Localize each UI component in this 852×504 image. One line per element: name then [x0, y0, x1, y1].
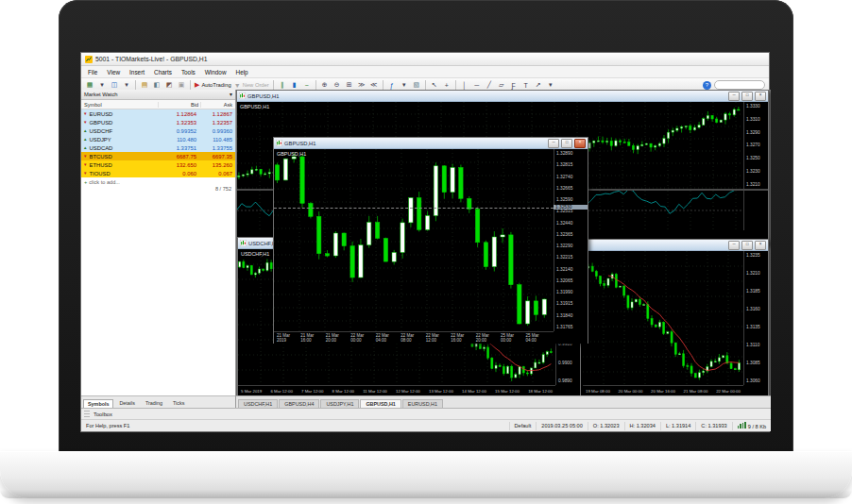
market-watch-tab-trading[interactable]: Trading [141, 398, 167, 408]
status-traffic: 9 / 8 Kb [733, 422, 771, 430]
market-watch-tab-details[interactable]: Details [114, 398, 139, 408]
zoom-out-button[interactable]: ⊖ [332, 80, 343, 91]
chart-window-gbpusd-h1-floating[interactable]: GBPUSD,H1 ─ □ × 1.328901.328151.327401.3… [273, 137, 588, 344]
new-chart-button[interactable]: ▦ [84, 80, 95, 91]
objects-dropdown[interactable]: ▾ [545, 80, 556, 91]
candlestick-chart[interactable] [274, 149, 554, 331]
minimize-button[interactable]: ─ [548, 139, 559, 148]
market-watch-add-row[interactable]: + click to add... [81, 177, 235, 186]
ask-value: 135.260 [198, 162, 235, 168]
price-axis-label: 1.3210 [746, 271, 767, 276]
market-watch-row-usdchf[interactable]: ▲USDCHF0.993520.99360 [81, 126, 235, 135]
new-chart-dropdown[interactable]: ▾ [96, 80, 108, 91]
time-axis-label: 13 Mar 12:00 [429, 389, 453, 394]
time-axis-label: 19 Mar 08:00 [586, 389, 610, 394]
column-symbol[interactable]: Symbol [81, 102, 159, 108]
status-help: For Help, press F1 [81, 422, 510, 430]
chart-shift-button[interactable]: ≪ [368, 80, 380, 91]
navigator-toggle-icon: ◩ [166, 81, 173, 89]
chart-body[interactable]: 1.328901.328151.327401.326651.325901.325… [274, 149, 588, 344]
arrow-objects-button[interactable]: ↗ [533, 80, 544, 91]
market-watch-row-gbpusd[interactable]: ▼GBPUSD1.323531.32357 [81, 118, 235, 126]
price-axis-label: 1.32740 [556, 175, 587, 179]
menu-window[interactable]: Window [200, 69, 231, 76]
new-order-button[interactable]: ▼New Order [233, 80, 270, 91]
cursor-button[interactable]: ↖ [429, 80, 440, 91]
tick-down-icon: ▼ [83, 162, 87, 167]
chart-tab-gbpusd-h4[interactable]: GBPUSD,H4 [279, 399, 319, 408]
market-watch-row-btcusd[interactable]: ▼BTCUSD6687.756697.35 [81, 152, 235, 160]
profiles-button[interactable]: ◫ [109, 80, 120, 91]
trendline-button[interactable]: ╱ [484, 80, 495, 91]
terminal-toggle-icon: ▣ [179, 81, 185, 89]
menu-tools[interactable]: Tools [177, 69, 200, 76]
market-watch-row-usdjpy[interactable]: ▲USDJPY110.480110.485 [81, 135, 235, 143]
add-row-label: click to add... [89, 179, 120, 185]
crosshair-button[interactable]: + [441, 80, 452, 91]
minimize-button[interactable]: ─ [728, 92, 740, 101]
menu-file[interactable]: File [83, 69, 102, 76]
market-watch-panel: Market Watch ▾ Symbol Bid Ask ▼EURUSD1.1… [81, 90, 236, 408]
menu-insert[interactable]: Insert [125, 69, 149, 76]
periods-dropdown[interactable]: ▾ [399, 80, 410, 91]
price-axis-label: 1.3230 [746, 169, 767, 174]
chart-tab-gbpusd-h1[interactable]: GBPUSD,H1 [360, 399, 400, 408]
bid-value: 110.480 [157, 137, 198, 143]
menu-charts[interactable]: Charts [149, 69, 177, 76]
symbol-cell: ▼BTCUSD [81, 154, 157, 160]
close-button[interactable]: × [574, 139, 586, 148]
chart-window-titlebar[interactable]: GBPUSD,H1 ─ □ × [237, 91, 768, 102]
chart-window-titlebar[interactable]: GBPUSD,H1 ─ □ × [274, 138, 588, 149]
toolbox-panel-header[interactable]: Toolbox [81, 408, 771, 419]
column-ask[interactable]: Ask [201, 102, 235, 108]
toolbar-search-input[interactable] [714, 80, 765, 90]
templates-button[interactable]: ▧ [411, 80, 422, 91]
market-watch-tab-ticks[interactable]: Ticks [168, 398, 189, 408]
market-watch-toggle[interactable]: ▤ [139, 80, 150, 91]
help-icon[interactable]: ? [703, 81, 711, 90]
close-button[interactable]: × [755, 241, 766, 250]
chart-tab-eurusd-h1[interactable]: EURUSD,H1 [402, 399, 443, 408]
profiles-dropdown[interactable]: ▾ [121, 80, 132, 91]
candlestick-chart[interactable] [583, 251, 743, 385]
chart-tab-usdchf-h1[interactable]: USDCHF,H1 [238, 399, 278, 408]
indicators-button[interactable]: ƒ [386, 80, 398, 91]
terminal-toggle[interactable]: ▣ [176, 80, 187, 91]
navigator-toggle[interactable]: ◩ [163, 80, 175, 91]
status-profile[interactable]: Default [510, 422, 537, 430]
equidistant-channel-button[interactable]: ▱ [496, 80, 507, 91]
fibonacci-button[interactable]: Ƒ [508, 80, 520, 91]
market-watch-row-eurusd[interactable]: ▼EURUSD1.128641.12867 [81, 109, 235, 118]
horizontal-line-button[interactable]: ─ [471, 80, 483, 91]
market-watch-row-usdcad[interactable]: ▲USDCAD1.337511.33755 [81, 143, 235, 152]
restore-button[interactable]: □ [741, 92, 753, 101]
market-watch-row-ethusd[interactable]: ▼ETHUSD132.650135.260 [81, 160, 235, 169]
line-chart-button[interactable]: ~ [301, 80, 313, 91]
zoom-in-button[interactable]: ⊕ [319, 80, 331, 91]
menu-view[interactable]: View [102, 69, 125, 76]
market-watch-header[interactable]: Market Watch ▾ [81, 90, 235, 100]
restore-button[interactable]: □ [741, 241, 753, 250]
restore-button[interactable]: □ [561, 139, 572, 148]
data-window-toggle[interactable]: ◧ [151, 80, 162, 91]
equidistant-channel-button-icon: ▱ [499, 81, 503, 89]
market-watch-row-tiousd[interactable]: ▼TIOUSD0.0600.067 [81, 169, 235, 177]
symbol-name: EURUSD [89, 111, 112, 117]
candlestick-button[interactable]: ▮ [289, 80, 300, 91]
minimize-button[interactable]: ─ [728, 241, 740, 250]
market-watch-tab-symbols[interactable]: Symbols [83, 399, 113, 408]
auto-scroll-button[interactable]: ≫ [356, 80, 367, 91]
symbol-name: GBPUSD [89, 120, 112, 126]
toolbox-title: Toolbox [94, 412, 112, 417]
close-button[interactable]: × [755, 92, 766, 101]
bar-chart-button[interactable]: ∥ [277, 80, 288, 91]
vertical-line-button[interactable]: │ [459, 80, 470, 91]
tile-windows-button[interactable]: ⊞ [344, 80, 355, 91]
column-bid[interactable]: Bid [159, 102, 201, 108]
text-button[interactable]: T [520, 80, 532, 91]
menu-help[interactable]: Help [231, 69, 253, 76]
app-titlebar[interactable]: 5001 - TIOMarkets-Live! - GBPUSD,H1 [81, 53, 769, 66]
market-watch-menu-icon[interactable]: ▾ [230, 92, 232, 97]
chart-tab-usdjpy-h1[interactable]: USDJPY,H1 [320, 399, 359, 408]
autotrading-button[interactable]: ▶AutoTrading [194, 80, 232, 91]
